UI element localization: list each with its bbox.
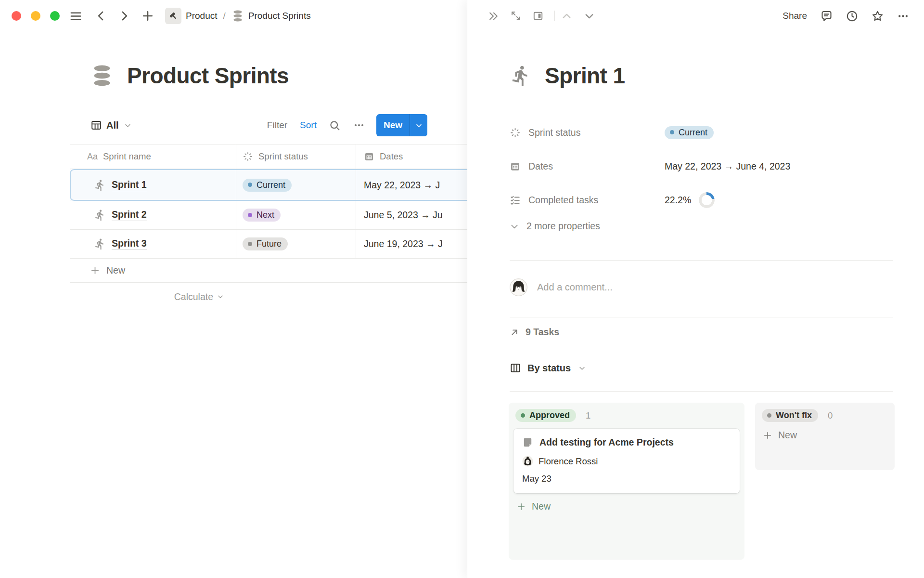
page-peek-panel: Share Sprint 1 Sprint status <box>467 0 924 578</box>
status-dot <box>248 242 252 246</box>
progress-percent: 22.2% <box>665 195 691 206</box>
board-group-count: 0 <box>828 410 833 421</box>
search-icon[interactable] <box>329 119 341 131</box>
topbar-divider <box>554 11 555 21</box>
calculate-button[interactable]: Calculate <box>70 291 236 302</box>
more-options-icon[interactable] <box>353 119 365 131</box>
linked-database-title[interactable]: 9 Tasks <box>510 327 559 338</box>
comments-icon[interactable] <box>820 10 833 23</box>
divider <box>510 391 893 392</box>
sidebar-menu-icon[interactable] <box>69 10 82 23</box>
property-row-completed-tasks: Completed tasks 22.2% <box>510 183 893 217</box>
property-label[interactable]: Dates <box>510 161 665 172</box>
view-tab-all[interactable]: All <box>90 119 131 131</box>
zoom-window-button[interactable] <box>50 11 60 21</box>
status-badge[interactable]: Current <box>243 179 292 192</box>
plus-icon <box>763 431 772 440</box>
status-dot <box>767 413 771 418</box>
task-card[interactable]: Add testing for Acme Projects Florence R… <box>513 429 740 493</box>
sprint-page-link[interactable]: Sprint 1 <box>112 179 147 191</box>
runner-icon <box>94 209 106 221</box>
peek-topbar: Share <box>467 0 924 32</box>
breadcrumb-label: Product Sprints <box>248 11 311 21</box>
chevron-down-icon <box>578 365 586 372</box>
view-tab-by-status[interactable]: By status <box>510 362 586 374</box>
divider <box>510 260 893 261</box>
task-assignee[interactable]: Florence Rossi <box>522 456 731 467</box>
back-button[interactable] <box>95 10 107 22</box>
property-label[interactable]: Completed tasks <box>510 195 665 206</box>
share-button[interactable]: Share <box>783 11 807 21</box>
expand-page-icon[interactable] <box>510 10 522 22</box>
more-options-icon[interactable] <box>897 10 910 23</box>
property-row-dates: Dates May 22, 2023 → June 4, 2023 <box>510 149 893 183</box>
sort-button[interactable]: Sort <box>300 120 317 131</box>
runner-icon <box>94 238 106 250</box>
sprint-page-link[interactable]: Sprint 3 <box>112 238 147 250</box>
board-column-header: Won't fix 0 <box>760 407 890 422</box>
chevron-down-icon <box>124 122 131 129</box>
new-record-label[interactable]: New <box>376 114 410 136</box>
progress-ring <box>699 192 715 208</box>
board-view-icon <box>510 362 521 374</box>
next-page-icon[interactable] <box>583 10 595 22</box>
database-toolbar: All Filter Sort New <box>90 114 427 137</box>
new-page-icon[interactable] <box>141 9 154 23</box>
peek-page-title[interactable]: Sprint 1 <box>545 63 625 89</box>
breadcrumb: Product / Product Sprints <box>162 6 314 26</box>
checklist-icon <box>510 195 521 206</box>
board-group-badge[interactable]: Won't fix <box>762 409 818 422</box>
board-new-card-button[interactable]: New <box>763 430 890 441</box>
status-spinner-icon <box>510 127 521 138</box>
property-value[interactable]: May 22, 2023 → June 4, 2023 <box>665 161 790 172</box>
sprint-status-cell[interactable]: Future <box>236 230 356 258</box>
close-peek-icon[interactable] <box>488 10 500 22</box>
breadcrumb-item-product-sprints[interactable]: Product Sprints <box>229 8 314 24</box>
updates-clock-icon[interactable] <box>846 10 859 23</box>
status-badge[interactable]: Future <box>243 237 288 250</box>
close-window-button[interactable] <box>12 11 21 21</box>
board-new-card-button[interactable]: New <box>516 501 740 512</box>
board-column-approved: Approved 1 Add testing for Acme Projects… <box>509 403 744 560</box>
page-icon <box>522 437 533 448</box>
board-column-header: Approved 1 <box>513 407 740 422</box>
new-button-chevron-icon[interactable] <box>410 114 427 136</box>
property-label[interactable]: Sprint status <box>510 127 665 138</box>
new-record-button[interactable]: New <box>376 114 427 136</box>
breadcrumb-item-product[interactable]: Product <box>162 6 220 26</box>
plus-icon <box>516 502 526 512</box>
favorite-star-icon[interactable] <box>871 10 884 23</box>
sprint-name-cell[interactable]: Sprint 2 <box>70 201 236 229</box>
sprint-name-cell[interactable]: Sprint 3 <box>70 230 236 258</box>
status-badge[interactable]: Next <box>243 209 281 222</box>
breadcrumb-label: Product <box>186 11 217 21</box>
forward-button[interactable] <box>118 10 130 22</box>
board-group-badge[interactable]: Approved <box>515 409 576 422</box>
status-badge[interactable]: Current <box>665 126 714 139</box>
sprint-name-cell[interactable]: Sprint 1 <box>70 169 236 201</box>
table-view-icon <box>90 119 102 131</box>
task-title[interactable]: Add testing for Acme Projects <box>539 437 674 448</box>
property-list: Sprint status Current Dates May 22, 2023… <box>510 116 893 217</box>
assignee-name: Florence Rossi <box>539 456 598 467</box>
side-peek-icon[interactable] <box>532 10 544 22</box>
runner-page-icon[interactable] <box>510 65 532 87</box>
property-value[interactable]: 22.2% <box>665 192 715 208</box>
comment-input-row[interactable]: Add a comment... <box>510 278 613 296</box>
sprint-page-link[interactable]: Sprint 2 <box>112 209 147 221</box>
comment-placeholder[interactable]: Add a comment... <box>537 282 613 293</box>
page-title[interactable]: Product Sprints <box>127 63 289 89</box>
property-value[interactable]: Current <box>665 126 714 139</box>
property-row-sprint-status: Sprint status Current <box>510 116 893 149</box>
column-header-sprint-status[interactable]: Sprint status <box>236 144 356 169</box>
sprint-status-cell[interactable]: Next <box>236 201 356 229</box>
minimize-window-button[interactable] <box>31 11 40 21</box>
column-header-sprint-name[interactable]: Aa Sprint name <box>70 144 236 169</box>
more-properties-toggle[interactable]: 2 more properties <box>510 221 600 232</box>
sprint-status-cell[interactable]: Current <box>236 169 356 201</box>
user-avatar <box>510 278 527 296</box>
status-dot <box>521 413 525 418</box>
previous-page-icon[interactable] <box>561 10 573 22</box>
filter-button[interactable]: Filter <box>267 120 287 131</box>
database-page-icon[interactable] <box>90 64 114 87</box>
